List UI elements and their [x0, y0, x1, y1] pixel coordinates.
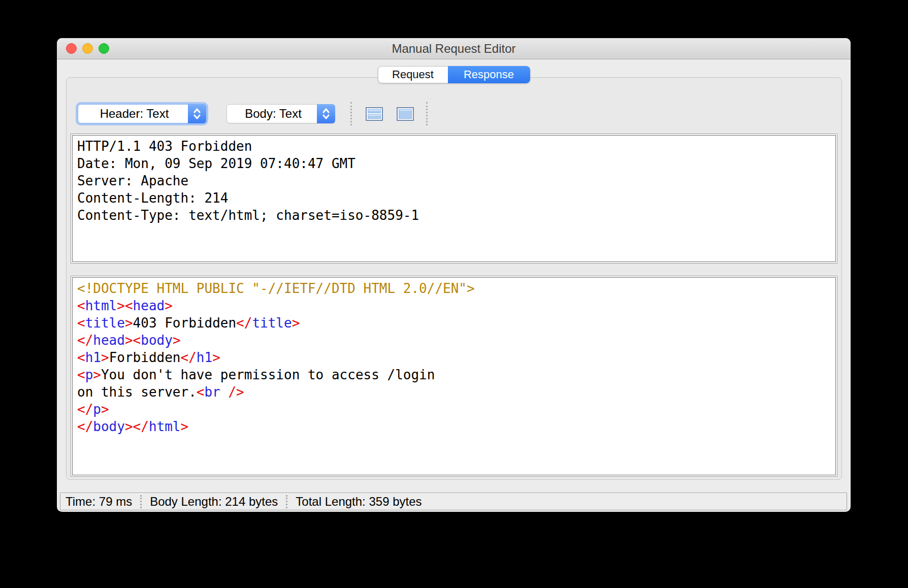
header-line: Content-Type: text/html; charset=iso-885…	[77, 207, 837, 224]
status-separator	[140, 495, 142, 508]
body-line: <!DOCTYPE HTML PUBLIC "-//IETF//DTD HTML…	[77, 280, 837, 297]
split-pane-view-button[interactable]	[366, 107, 383, 121]
status-bar: Time: 79 msBody Length: 214 bytesTotal L…	[60, 493, 847, 510]
body-line: </head><body>	[77, 332, 837, 349]
header-line: Content-Length: 214	[77, 189, 837, 207]
title-bar[interactable]: Manual Request Editor	[57, 38, 851, 59]
tab-response[interactable]: Response	[448, 66, 530, 83]
body-line: on this server.<br />	[77, 383, 837, 401]
header-view-select-value: Header: Text	[78, 105, 188, 123]
single-pane-icon	[399, 109, 412, 119]
body-view-select-value: Body: Text	[227, 105, 317, 123]
body-line: </body></html>	[77, 418, 837, 435]
split-pane-icon	[368, 109, 381, 114]
body-line: <p>You don't have permission to access /…	[77, 366, 837, 383]
response-panel: Header: Text Body: Text	[66, 77, 842, 480]
toolbar-separator	[426, 102, 428, 125]
body-line: <h1>Forbidden</h1>	[77, 349, 837, 366]
header-line: HTTP/1.1 403 Forbidden	[77, 138, 837, 155]
split-pane-icon	[368, 114, 381, 119]
tab-request[interactable]: Request	[378, 66, 448, 83]
status-separator	[286, 495, 287, 508]
status-item: Time: 79 ms	[66, 495, 132, 509]
body-line: </p>	[77, 401, 837, 418]
response-body-editor[interactable]: <!DOCTYPE HTML PUBLIC "-//IETF//DTD HTML…	[71, 276, 837, 477]
header-line: Server: Apache	[77, 172, 837, 189]
view-toolbar: Header: Text Body: Text	[78, 102, 836, 125]
status-item: Total Length: 359 bytes	[296, 495, 421, 509]
window-title: Manual Request Editor	[57, 38, 851, 59]
body-view-select[interactable]: Body: Text	[226, 104, 335, 123]
single-pane-view-button[interactable]	[397, 107, 414, 121]
response-header-editor[interactable]: HTTP/1.1 403 ForbiddenDate: Mon, 09 Sep …	[71, 134, 837, 264]
request-response-tabs: Request Response	[378, 66, 530, 83]
header-line: Date: Mon, 09 Sep 2019 07:40:47 GMT	[77, 155, 837, 172]
header-view-select[interactable]: Header: Text	[78, 104, 206, 123]
body-line: <html><head>	[77, 297, 837, 314]
status-item: Body Length: 214 bytes	[150, 495, 278, 509]
manual-request-editor-window: Manual Request Editor Request Response H…	[57, 38, 851, 512]
body-line: <title>403 Forbidden</title>	[77, 314, 837, 332]
toolbar-separator	[350, 102, 352, 125]
chevron-up-down-icon	[188, 104, 206, 123]
chevron-up-down-icon	[317, 104, 335, 123]
screen-background: Manual Request Editor Request Response H…	[0, 0, 908, 588]
